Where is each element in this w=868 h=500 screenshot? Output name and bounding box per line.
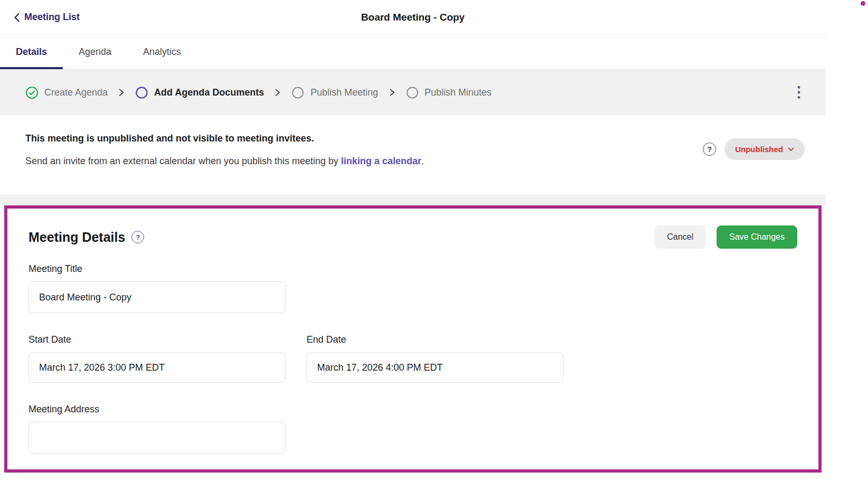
status-controls: ? Unpublished: [703, 138, 805, 160]
publish-workflow-section: Create Agenda Add Agenda Documents Publi…: [0, 70, 826, 205]
end-date-input[interactable]: [307, 352, 564, 383]
step-label: Add Agenda Documents: [154, 87, 264, 98]
meeting-address-input[interactable]: [28, 422, 285, 454]
workflow-stepper: Create Agenda Add Agenda Documents Publi…: [0, 70, 826, 115]
step-label: Create Agenda: [44, 87, 108, 98]
status-body-text: Send an invite from an external calendar…: [25, 156, 341, 166]
meeting-page: Meeting List Board Meeting - Copy Detail…: [0, 0, 826, 500]
cancel-button[interactable]: Cancel: [654, 225, 706, 249]
status-pill-label: Unpublished: [735, 145, 783, 154]
meeting-title-label: Meeting Title: [28, 263, 797, 275]
page-title: Board Meeting - Copy: [361, 12, 464, 23]
meeting-details-card: Meeting Details ? Cancel Save Changes Me…: [4, 205, 822, 473]
annotation-dot: [861, 1, 865, 6]
radio-circle-icon: [291, 86, 304, 99]
end-date-field-group: End Date: [307, 334, 564, 383]
tab-analytics[interactable]: Analytics: [127, 35, 197, 69]
save-changes-button[interactable]: Save Changes: [717, 225, 797, 249]
status-text-block: This meeting is unpublished and not visi…: [25, 133, 424, 176]
radio-circle-current-icon: [135, 86, 148, 99]
tab-bar: Details Agenda Analytics: [0, 35, 826, 70]
top-bar: Meeting List Board Meeting - Copy: [0, 0, 826, 35]
check-circle-icon: [25, 86, 39, 99]
help-icon[interactable]: ?: [703, 143, 716, 156]
chevron-right-icon: [389, 88, 395, 97]
step-publish-meeting[interactable]: Publish Meeting: [291, 86, 378, 99]
status-body-period: .: [421, 156, 424, 166]
step-label: Publish Meeting: [310, 87, 378, 98]
meeting-title-field-group: Meeting Title: [28, 263, 797, 313]
step-publish-minutes[interactable]: Publish Minutes: [406, 86, 492, 99]
step-add-agenda-documents[interactable]: Add Agenda Documents: [135, 86, 264, 99]
meeting-address-field-group: Meeting Address: [28, 404, 797, 454]
chevron-right-icon: [274, 88, 281, 97]
step-create-agenda[interactable]: Create Agenda: [25, 86, 108, 99]
back-link-label: Meeting List: [24, 12, 80, 23]
chevron-left-icon: [14, 13, 20, 22]
meeting-title-input[interactable]: [28, 281, 285, 313]
chevron-down-icon: [788, 147, 794, 152]
radio-circle-icon: [406, 86, 419, 99]
meeting-address-label: Meeting Address: [28, 404, 797, 415]
tab-agenda[interactable]: Agenda: [63, 35, 127, 69]
date-fields-row: Start Date End Date: [28, 334, 797, 383]
status-headline: This meeting is unpublished and not visi…: [25, 133, 424, 144]
back-to-meeting-list-link[interactable]: Meeting List: [14, 12, 80, 23]
chevron-right-icon: [118, 88, 125, 97]
start-date-label: Start Date: [28, 334, 285, 345]
tab-details[interactable]: Details: [0, 35, 63, 69]
help-icon[interactable]: ?: [131, 231, 144, 243]
publish-status-card: This meeting is unpublished and not visi…: [0, 115, 826, 194]
step-label: Publish Minutes: [425, 87, 492, 98]
start-date-input[interactable]: [28, 352, 285, 383]
kebab-menu-icon[interactable]: [793, 83, 805, 101]
details-header: Meeting Details ? Cancel Save Changes: [28, 225, 797, 249]
linking-a-calendar-link[interactable]: linking a calendar: [341, 156, 421, 166]
end-date-label: End Date: [307, 334, 564, 345]
status-body: Send an invite from an external calendar…: [25, 156, 424, 167]
publish-status-dropdown[interactable]: Unpublished: [724, 138, 805, 160]
details-title: Meeting Details: [28, 230, 125, 245]
details-actions: Cancel Save Changes: [654, 225, 797, 249]
details-title-wrap: Meeting Details ?: [28, 230, 144, 245]
start-date-field-group: Start Date: [28, 334, 285, 383]
